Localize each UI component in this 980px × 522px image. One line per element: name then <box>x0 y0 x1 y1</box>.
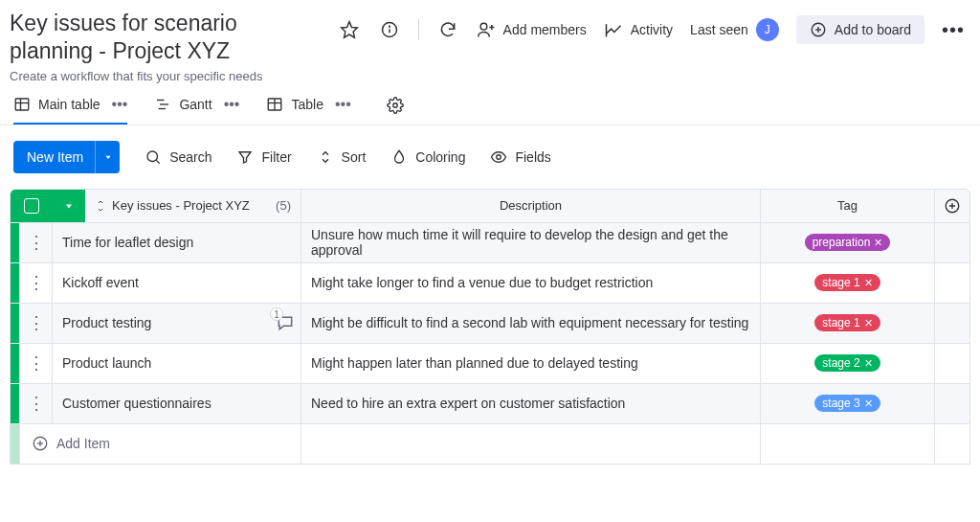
sort-button[interactable]: Sort <box>317 148 367 166</box>
svg-line-23 <box>157 160 160 163</box>
select-all-checkbox[interactable] <box>11 190 53 222</box>
search-button[interactable]: Search <box>145 148 212 166</box>
row-description-cell[interactable]: Might happen later than planned due to d… <box>301 344 761 383</box>
tag-remove-icon[interactable]: ✕ <box>874 237 882 249</box>
tab-main-table[interactable]: Main table ••• <box>13 96 127 125</box>
row-name-text: Customer questionnaires <box>62 396 212 411</box>
row-name-text: Kickoff event <box>62 275 139 290</box>
add-item-row[interactable]: Add Item <box>10 424 970 465</box>
tab-table-menu-icon[interactable]: ••• <box>335 96 351 113</box>
filter-label: Filter <box>261 149 291 165</box>
row-description-text: Might happen later than planned due to d… <box>311 355 638 371</box>
row-tag-cell[interactable]: preparation✕ <box>761 223 935 262</box>
row-description-cell[interactable]: Might take longer to find a venue due to… <box>301 263 761 303</box>
row-name-cell[interactable]: Product testing1 <box>53 304 301 343</box>
row-color-handle <box>11 384 20 423</box>
row-menu-icon[interactable]: ⋮ <box>20 344 53 383</box>
search-label: Search <box>169 149 212 165</box>
board-subtitle: Create a workflow that fits your specifi… <box>10 69 306 83</box>
row-description-text: Might be difficult to find a second lab … <box>311 315 748 330</box>
row-tag-cell[interactable]: stage 1✕ <box>761 304 935 343</box>
svg-marker-25 <box>66 204 72 208</box>
column-tag-label[interactable]: Tag <box>837 198 858 213</box>
activity-label: Activity <box>631 22 673 37</box>
row-color-handle <box>11 344 20 383</box>
tag-remove-icon[interactable]: ✕ <box>864 357 873 370</box>
row-name-cell[interactable]: Kickoff event <box>53 263 301 303</box>
row-description-cell[interactable]: Unsure how much time it will require to … <box>301 223 761 262</box>
filter-button[interactable]: Filter <box>236 148 291 166</box>
tag-remove-icon[interactable]: ✕ <box>864 317 873 329</box>
table-row: ⋮Customer questionnairesNeed to hire an … <box>10 384 970 424</box>
board-menu-icon[interactable]: ••• <box>942 20 965 39</box>
row-description-cell[interactable]: Need to hire an extra expert on customer… <box>301 384 761 423</box>
tag-chip[interactable]: stage 1✕ <box>814 314 880 331</box>
tag-remove-icon[interactable]: ✕ <box>864 277 873 289</box>
fields-button[interactable]: Fields <box>490 148 550 166</box>
table-row: ⋮Product testing1Might be difficult to f… <box>10 304 970 344</box>
row-name-cell[interactable]: Customer questionnaires <box>53 384 301 423</box>
sort-handle-icon[interactable] <box>95 200 106 212</box>
row-tag-cell[interactable]: stage 3✕ <box>761 384 935 423</box>
tab-table[interactable]: Table ••• <box>266 96 350 125</box>
fields-label: Fields <box>515 149 550 165</box>
svg-point-22 <box>147 151 158 162</box>
view-settings-gear-icon[interactable] <box>384 94 407 117</box>
row-color-handle <box>11 223 20 262</box>
table-row: ⋮Product launchMight happen later than p… <box>10 344 970 384</box>
add-item-label: Add Item <box>56 436 110 451</box>
row-name-text: Product testing <box>62 315 151 330</box>
new-item-button[interactable]: New Item <box>13 141 120 173</box>
add-members-button[interactable]: Add members <box>477 20 587 39</box>
row-description-text: Unsure how much time it will require to … <box>311 227 750 258</box>
avatar[interactable]: J <box>756 18 779 41</box>
row-menu-icon[interactable]: ⋮ <box>20 304 53 343</box>
coloring-button[interactable]: Coloring <box>390 148 465 166</box>
tab-main-table-label: Main table <box>38 97 100 112</box>
row-tag-cell[interactable]: stage 1✕ <box>761 263 935 303</box>
tag-remove-icon[interactable]: ✕ <box>864 397 873 410</box>
conversation-icon[interactable]: 1 <box>276 313 295 332</box>
group-collapse-caret[interactable] <box>53 190 85 222</box>
favorite-star-icon[interactable] <box>338 18 361 41</box>
plus-circle-icon <box>32 435 49 452</box>
tag-chip[interactable]: stage 1✕ <box>814 274 880 291</box>
table-row: ⋮Time for leaflet designUnsure how much … <box>10 223 970 263</box>
board-title[interactable]: Key issues for scenario planning - Proje… <box>10 10 306 65</box>
row-name-cell[interactable]: Product launch <box>53 344 301 383</box>
tag-chip[interactable]: stage 2✕ <box>814 354 880 372</box>
tab-table-label: Table <box>291 97 323 112</box>
activity-button[interactable]: Activity <box>604 20 673 39</box>
tab-gantt-menu-icon[interactable]: ••• <box>224 96 240 113</box>
new-item-dropdown-caret[interactable] <box>95 141 120 173</box>
row-end-spacer <box>935 384 969 423</box>
column-description-label[interactable]: Description <box>500 198 562 213</box>
row-description-text: Might take longer to find a venue due to… <box>311 275 653 290</box>
row-menu-icon[interactable]: ⋮ <box>20 263 53 303</box>
svg-point-4 <box>480 23 487 30</box>
row-description-cell[interactable]: Might be difficult to find a second lab … <box>301 304 761 343</box>
add-to-board-label: Add to board <box>835 22 911 37</box>
row-menu-icon[interactable]: ⋮ <box>20 223 53 262</box>
row-end-spacer <box>935 344 969 383</box>
add-column-button[interactable] <box>935 190 969 222</box>
tab-main-table-menu-icon[interactable]: ••• <box>112 96 128 113</box>
tab-gantt[interactable]: Gantt ••• <box>154 96 239 125</box>
add-to-board-button[interactable]: Add to board <box>796 15 924 44</box>
svg-rect-11 <box>15 99 29 110</box>
info-icon[interactable] <box>378 18 401 41</box>
row-color-handle <box>11 424 20 464</box>
last-seen-indicator[interactable]: Last seen J <box>690 18 779 41</box>
column-name-label[interactable]: Key issues - Project XYZ <box>112 198 250 213</box>
tag-chip[interactable]: stage 3✕ <box>814 395 880 412</box>
group-count: (5) <box>276 198 291 213</box>
row-tag-cell[interactable]: stage 2✕ <box>761 344 935 383</box>
add-members-label: Add members <box>503 22 587 37</box>
row-name-cell[interactable]: Time for leaflet design <box>53 223 301 262</box>
coloring-label: Coloring <box>415 149 465 165</box>
row-name-text: Time for leaflet design <box>62 235 193 250</box>
table-row: ⋮Kickoff eventMight take longer to find … <box>10 263 970 304</box>
automations-icon[interactable] <box>436 18 459 41</box>
row-menu-icon[interactable]: ⋮ <box>20 384 53 423</box>
tag-chip[interactable]: preparation✕ <box>805 234 891 251</box>
